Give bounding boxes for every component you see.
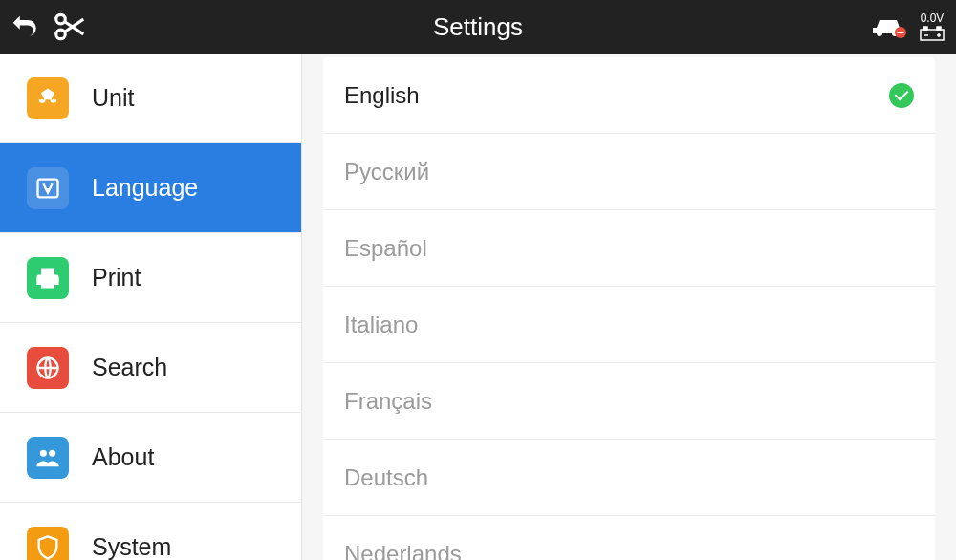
language-label: Italiano [344,312,418,338]
sidebar-item-system[interactable]: System [0,503,301,560]
language-label: Deutsch [344,464,428,491]
svg-point-9 [40,449,47,456]
sidebar-item-label: About [92,443,154,471]
sidebar: Unit Language Print Search About [0,54,302,560]
vehicle-status-icon [872,9,912,45]
language-option-german[interactable]: Deutsch [323,440,935,516]
svg-rect-3 [898,32,904,33]
voltage-label: 0.0V [921,12,945,25]
language-option-italian[interactable]: Italiano [323,287,935,363]
svg-point-10 [49,449,55,456]
sidebar-item-unit[interactable]: Unit [0,54,301,143]
language-option-russian[interactable]: Русский [323,134,935,210]
people-icon [27,437,69,479]
svg-rect-5 [923,27,927,30]
sidebar-item-label: Search [92,354,167,381]
battery-status: 0.0V [920,12,945,40]
sidebar-item-about[interactable]: About [0,413,301,503]
sidebar-item-label: Print [92,264,141,291]
language-label: Español [344,235,427,262]
language-option-spanish[interactable]: Español [323,210,935,287]
back-icon[interactable] [8,11,40,43]
language-option-english[interactable]: English [323,57,935,134]
language-list: English Русский Español Italiano Françai… [323,57,935,560]
shield-icon [27,527,69,561]
selected-check-icon [889,83,914,108]
sidebar-item-label: Unit [92,84,134,112]
language-label: Русский [344,159,429,185]
svg-rect-6 [937,27,941,30]
scissors-icon[interactable] [52,9,88,45]
language-label: Nederlands [344,541,462,561]
print-icon [27,257,69,299]
globe-icon [27,347,69,389]
page-title: Settings [433,12,523,42]
header: Settings 0.0V [0,0,956,54]
language-option-french[interactable]: Français [323,363,935,440]
sidebar-item-label: Language [92,174,198,202]
sidebar-item-print[interactable]: Print [0,233,301,323]
scales-icon [27,77,69,119]
sidebar-item-label: System [92,533,171,560]
language-icon [27,167,69,209]
language-label: English [344,82,420,109]
main-content: English Русский Español Italiano Françai… [302,54,956,560]
language-option-dutch[interactable]: Nederlands [323,516,935,560]
language-label: Français [344,388,432,415]
sidebar-item-language[interactable]: Language [0,143,301,233]
sidebar-item-search[interactable]: Search [0,323,301,413]
